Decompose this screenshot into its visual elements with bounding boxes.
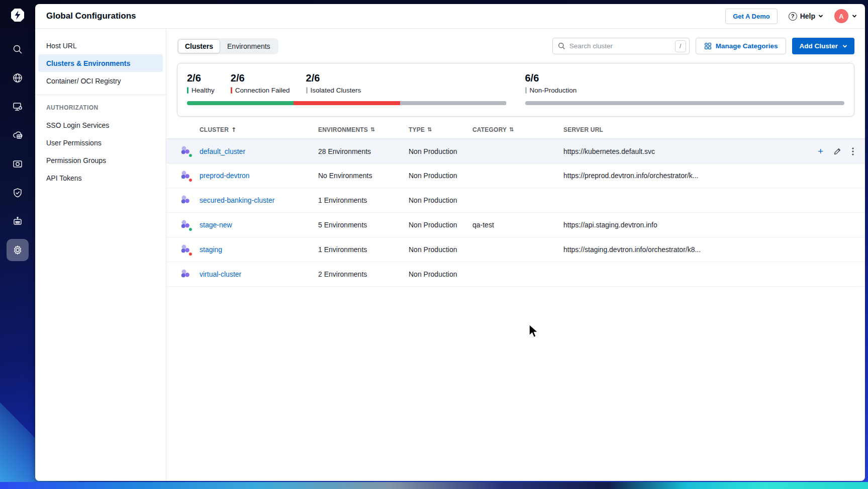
sort-icon: ⇅ [427, 126, 432, 133]
column-header[interactable]: CLUSTER↑ [200, 126, 318, 133]
settings-icon[interactable] [7, 239, 29, 261]
table-row[interactable]: preprod-devtron No Environments Non Prod… [166, 164, 865, 188]
help-menu[interactable]: ? Help [789, 12, 823, 21]
add-environment-icon[interactable]: + [818, 146, 823, 156]
sidebar-item[interactable]: SSO Login Services [38, 116, 163, 134]
cluster-icon [180, 170, 191, 181]
non-production-count: 6/6 [525, 72, 577, 85]
cluster-type: Non Production [409, 147, 472, 155]
cluster-icon [180, 194, 191, 205]
main-content: Clusters Environments / Manage Categorie… [166, 29, 865, 481]
healthy-tick-icon [187, 87, 188, 94]
sidebar-item[interactable]: Container/ OCI Registry [38, 72, 163, 90]
categories-icon [704, 42, 712, 50]
isolated-count: 2/6 [306, 72, 361, 85]
tab-clusters[interactable]: Clusters [178, 39, 220, 53]
isolated-clusters-stat: 2/6 Isolated Clusters [306, 72, 361, 94]
cluster-icon [180, 268, 191, 279]
icon-rail [0, 0, 35, 489]
cluster-type: Non Production [409, 221, 472, 229]
cluster-status-dot [188, 153, 192, 157]
cluster-type: Non Production [409, 246, 472, 254]
sort-ascending-icon: ↑ [231, 126, 236, 133]
clusters-table: CLUSTER↑ENVIRONMENTS⇅TYPE⇅CATEGORY⇅SERVE… [166, 121, 865, 287]
non-production-stat: 6/6 Non-Production [525, 72, 577, 94]
non-production-label: Non-Production [530, 87, 577, 94]
subnav-items: Host URLClusters & EnvironmentsContainer… [35, 37, 166, 90]
chevron-down-icon [818, 14, 823, 19]
server-url: https://api.staging.devtron.info [563, 221, 804, 229]
chevron-down-icon [852, 14, 857, 19]
cluster-health-progress-bar [187, 101, 507, 105]
cluster-type: Non Production [409, 196, 472, 204]
cluster-status-dot [188, 252, 192, 256]
sidebar-item[interactable]: Clusters & Environments [38, 54, 163, 72]
applications-icon[interactable] [7, 96, 29, 118]
help-icon: ? [789, 12, 797, 21]
security-icon[interactable] [7, 182, 29, 204]
tab-environments[interactable]: Environments [220, 39, 277, 53]
column-header[interactable]: CATEGORY⇅ [472, 126, 563, 133]
sidebar-item[interactable]: Permission Groups [38, 151, 163, 169]
chevron-down-icon [842, 44, 847, 49]
add-cluster-label: Add Cluster [799, 42, 838, 50]
add-cluster-button[interactable]: Add Cluster [792, 38, 854, 54]
table-row[interactable]: stage-new 5 Environments Non Production … [166, 213, 865, 237]
tab-group: Clusters Environments [177, 38, 278, 54]
get-a-demo-button[interactable]: Get A Demo [725, 9, 777, 24]
search-icon[interactable] [7, 38, 29, 60]
config-sidebar: Host URLClusters & EnvironmentsContainer… [35, 29, 166, 481]
cluster-status-summary-card: 2/6 Healthy 2/6 Connection Failed 2/6 Is… [177, 63, 854, 117]
avatar: A [834, 9, 848, 23]
cluster-name-link[interactable]: secured-banking-cluster [200, 196, 274, 204]
toolbar: Clusters Environments / Manage Categorie… [166, 29, 865, 62]
environments-count: 1 Environments [318, 196, 409, 204]
sidebar-item[interactable]: API Tokens [38, 169, 163, 187]
resource-browser-icon[interactable] [7, 153, 29, 175]
page-title: Global Configurations [46, 11, 136, 21]
healthy-count: 2/6 [187, 72, 215, 85]
table-row[interactable]: staging 1 Environments Non Production ht… [166, 237, 865, 262]
server-url: https://staging.devtron.info/orchestrato… [563, 246, 804, 254]
column-header: SERVER URL [563, 126, 804, 133]
cluster-name-link[interactable]: staging [200, 246, 222, 254]
cluster-name-link[interactable]: default_cluster [200, 147, 245, 155]
search-input[interactable] [569, 42, 671, 50]
manage-categories-button[interactable]: Manage Categories [696, 38, 787, 54]
sort-icon: ⇅ [370, 126, 375, 133]
edit-icon[interactable] [834, 147, 841, 155]
healthy-label: Healthy [191, 87, 215, 94]
table-header: CLUSTER↑ENVIRONMENTS⇅TYPE⇅CATEGORY⇅SERVE… [166, 121, 865, 139]
sidebar-item[interactable]: User Permissions [38, 134, 163, 151]
environments-count: 1 Environments [318, 246, 409, 254]
cluster-icon [180, 219, 191, 230]
help-label: Help [800, 12, 815, 20]
cluster-name-link[interactable]: preprod-devtron [200, 172, 250, 180]
column-header[interactable]: ENVIRONMENTS⇅ [318, 126, 409, 133]
bot-icon[interactable] [7, 210, 29, 232]
cluster-type: Non Production [409, 270, 472, 278]
bottom-gradient-strip [0, 482, 868, 489]
user-menu[interactable]: A [834, 9, 857, 23]
cluster-name-link[interactable]: virtual-cluster [200, 270, 241, 278]
sidebar-item[interactable]: Host URL [38, 37, 163, 54]
environments-count: 28 Environments [318, 147, 409, 155]
table-row[interactable]: default_cluster 28 Environments Non Prod… [166, 139, 865, 164]
subnav-auth-items: SSO Login ServicesUser PermissionsPermis… [35, 116, 166, 187]
cluster-icon [180, 145, 191, 156]
column-header[interactable]: TYPE⇅ [409, 126, 472, 133]
kebab-menu-icon[interactable] [852, 147, 854, 155]
cluster-type: Non Production [409, 172, 472, 180]
environments-count: 2 Environments [318, 270, 409, 278]
cluster-name-link[interactable]: stage-new [200, 221, 232, 229]
title-bar: Global Configurations Get A Demo ? Help … [35, 4, 865, 29]
connection-failed-stat: 2/6 Connection Failed [231, 72, 290, 94]
app-store-icon[interactable] [7, 124, 29, 146]
table-row[interactable]: secured-banking-cluster 1 Environments N… [166, 188, 865, 213]
search-icon [558, 42, 565, 50]
environments-count: No Environments [318, 172, 409, 180]
global-config-icon[interactable] [7, 67, 29, 89]
table-row[interactable]: virtual-cluster 2 Environments Non Produ… [166, 262, 865, 287]
failed-tick-icon [231, 87, 232, 94]
devtron-logo [9, 6, 27, 24]
